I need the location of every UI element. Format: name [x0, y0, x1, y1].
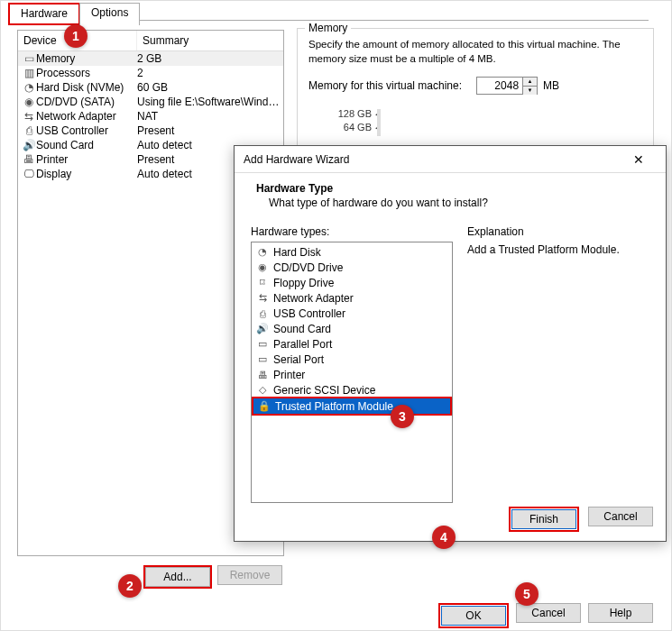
hardware-type-item[interactable]: ▭Serial Port [252, 352, 452, 367]
hw-type-icon: 🔒 [257, 400, 272, 412]
hw-type-label: Serial Port [273, 353, 324, 366]
memory-desc: Specify the amount of memory allocated t… [308, 38, 642, 66]
device-icon: ▥ [22, 67, 36, 79]
hw-type-label: Generic SCSI Device [273, 384, 375, 397]
hardware-type-item[interactable]: ◔Hard Disk [252, 244, 452, 260]
hw-type-icon: ◇ [255, 384, 270, 396]
ok-button[interactable]: OK [441, 606, 506, 626]
callout-4: 4 [432, 526, 456, 549]
device-icon: ◉ [22, 96, 36, 108]
device-row[interactable]: ▭Memory2 GB [18, 51, 283, 66]
hw-type-label: Network Adapter [273, 292, 354, 305]
device-row[interactable]: ▥Processors2 [18, 66, 283, 80]
hardware-type-item[interactable]: ▭Parallel Port [252, 336, 452, 352]
tab-hardware[interactable]: Hardware [8, 3, 80, 25]
device-row[interactable]: ⇆Network AdapterNAT [18, 109, 283, 123]
hardware-type-item[interactable]: 🔊Sound Card [252, 321, 452, 336]
close-icon[interactable]: ✕ [621, 149, 657, 170]
cancel-button[interactable]: Cancel [516, 603, 581, 623]
device-icon: 🔊 [22, 139, 36, 151]
hardware-type-item[interactable]: ⇆Network Adapter [252, 290, 452, 306]
dialog-cancel-button[interactable]: Cancel [588, 507, 653, 526]
hardware-type-item[interactable]: ◉CD/DVD Drive [252, 260, 452, 275]
memory-step-down[interactable]: ▼ [523, 86, 537, 95]
device-name: CD/DVD (SATA) [36, 96, 137, 108]
callout-1: 1 [64, 24, 87, 48]
memory-unit: MB [543, 79, 559, 92]
device-row[interactable]: ◉CD/DVD (SATA)Using file E:\Software\Win… [18, 95, 283, 109]
hw-type-icon: ⎙ [255, 308, 270, 319]
mem-scale-64: 64 GB [330, 121, 372, 134]
hw-type-icon: 🔊 [255, 323, 270, 334]
memory-legend: Memory [305, 22, 351, 34]
hw-type-icon: ⌑ [255, 277, 270, 288]
hw-type-icon: ◉ [255, 261, 270, 273]
device-name: Sound Card [36, 139, 137, 151]
hw-type-icon: ⇆ [255, 292, 270, 304]
hw-type-label: USB Controller [273, 307, 345, 320]
device-icon: 🖶 [22, 153, 36, 166]
hw-type-icon: ▭ [255, 338, 270, 350]
device-icon: ▭ [22, 52, 36, 65]
hardware-type-item[interactable]: 🖶Printer [252, 367, 452, 382]
hw-type-icon: ▭ [255, 353, 270, 365]
device-name: Processors [36, 67, 137, 79]
dialog-subheading: What type of hardware do you want to ins… [256, 195, 644, 209]
hardware-type-item[interactable]: ◇Generic SCSI Device [252, 382, 452, 398]
memory-stepper[interactable]: ▲ ▼ [523, 77, 538, 95]
device-summary: 2 GB [137, 52, 283, 65]
callout-2: 2 [118, 574, 142, 598]
device-icon: ◔ [22, 81, 36, 94]
hardware-type-item[interactable]: ⌑Floppy Drive [252, 275, 452, 290]
hw-type-icon: 🖶 [255, 370, 270, 380]
add-hardware-wizard-dialog: Add Hardware Wizard ✕ Hardware Type What… [234, 145, 667, 542]
hw-type-label: Trusted Platform Module [275, 400, 393, 413]
device-name: Hard Disk (NVMe) [36, 81, 137, 94]
dialog-title: Add Hardware Wizard [244, 153, 349, 166]
device-summary: Present [137, 124, 283, 137]
hw-type-icon: ◔ [255, 246, 270, 258]
remove-button: Remove [217, 565, 282, 585]
hw-type-label: Sound Card [273, 323, 331, 335]
hw-type-label: Printer [273, 369, 305, 381]
device-summary: NAT [137, 110, 283, 123]
device-icon: ⎙ [22, 124, 36, 137]
callout-5: 5 [515, 582, 539, 606]
hardware-type-item[interactable]: ⎙USB Controller [252, 306, 452, 321]
explanation-text: Add a Trusted Platform Module. [467, 243, 649, 256]
device-row[interactable]: ⎙USB ControllerPresent [18, 123, 283, 138]
device-summary: 2 [137, 67, 283, 79]
tab-options[interactable]: Options [79, 3, 140, 25]
device-summary: 60 GB [137, 81, 283, 94]
add-button[interactable]: Add... [145, 567, 210, 587]
device-icon: 🖵 [22, 168, 36, 180]
device-name: Display [36, 168, 137, 180]
callout-3: 3 [391, 405, 414, 428]
hardware-types-label: Hardware types: [251, 225, 453, 238]
dialog-heading: Hardware Type [256, 182, 333, 195]
hw-type-label: Hard Disk [273, 246, 321, 259]
memory-label: Memory for this virtual machine: [308, 79, 462, 92]
memory-group: Memory Specify the amount of memory allo… [297, 28, 654, 160]
hardware-types-list[interactable]: ◔Hard Disk◉CD/DVD Drive⌑Floppy Drive⇆Net… [251, 242, 453, 503]
device-icon: ⇆ [22, 110, 36, 123]
hw-type-label: Floppy Drive [273, 277, 334, 289]
finish-button[interactable]: Finish [511, 509, 576, 529]
memory-input[interactable] [476, 77, 523, 95]
hw-type-label: Parallel Port [273, 338, 332, 351]
device-name: Memory [36, 52, 137, 65]
memory-slider-track[interactable] [377, 109, 381, 136]
device-header: Device Summary [18, 31, 283, 51]
device-name: Network Adapter [36, 110, 137, 123]
device-row[interactable]: ◔Hard Disk (NVMe)60 GB [18, 80, 283, 95]
help-button[interactable]: Help [588, 603, 653, 623]
device-col-summary[interactable]: Summary [137, 31, 283, 50]
explanation-label: Explanation [467, 225, 649, 238]
device-summary: Using file E:\Software\Windo... [137, 96, 283, 108]
device-name: USB Controller [36, 124, 137, 137]
hw-type-label: CD/DVD Drive [273, 261, 343, 274]
hardware-type-item[interactable]: 🔒Trusted Platform Module [253, 398, 450, 414]
mem-scale-128: 128 GB [330, 107, 372, 121]
memory-step-up[interactable]: ▲ [523, 78, 537, 86]
device-name: Printer [36, 153, 137, 166]
